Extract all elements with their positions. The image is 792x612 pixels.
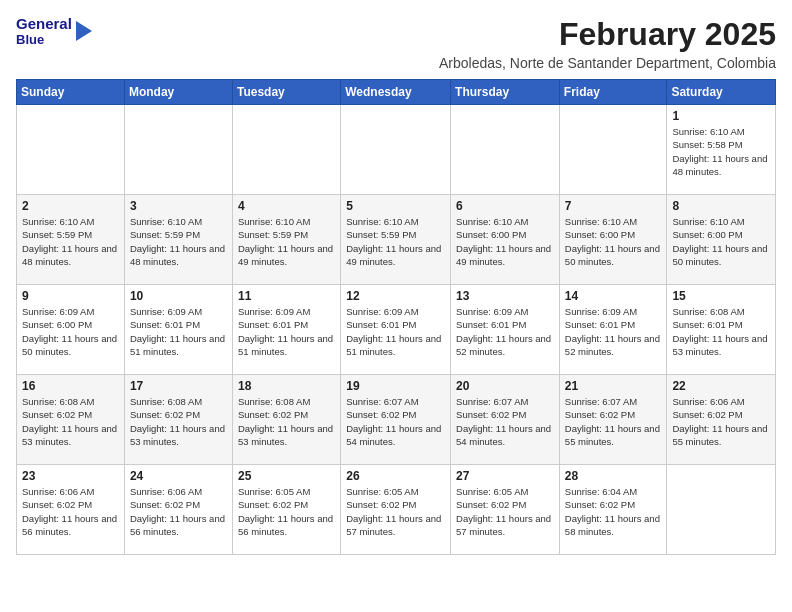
calendar-cell: 17Sunrise: 6:08 AM Sunset: 6:02 PM Dayli… [124,375,232,465]
calendar-cell: 14Sunrise: 6:09 AM Sunset: 6:01 PM Dayli… [559,285,667,375]
day-number: 20 [456,379,554,393]
day-number: 11 [238,289,335,303]
day-info: Sunrise: 6:08 AM Sunset: 6:02 PM Dayligh… [238,395,335,448]
day-number: 10 [130,289,227,303]
calendar-cell: 27Sunrise: 6:05 AM Sunset: 6:02 PM Dayli… [451,465,560,555]
calendar-cell [451,105,560,195]
title-block: February 2025 Arboledas, Norte de Santan… [439,16,776,71]
calendar-cell [124,105,232,195]
day-number: 15 [672,289,770,303]
day-number: 9 [22,289,119,303]
calendar-week-3: 16Sunrise: 6:08 AM Sunset: 6:02 PM Dayli… [17,375,776,465]
svg-marker-0 [76,21,92,41]
calendar-week-0: 1Sunrise: 6:10 AM Sunset: 5:58 PM Daylig… [17,105,776,195]
logo-line2: Blue [16,33,72,47]
month-title: February 2025 [439,16,776,53]
day-info: Sunrise: 6:10 AM Sunset: 5:58 PM Dayligh… [672,125,770,178]
day-number: 26 [346,469,445,483]
day-number: 12 [346,289,445,303]
day-number: 4 [238,199,335,213]
day-info: Sunrise: 6:08 AM Sunset: 6:02 PM Dayligh… [130,395,227,448]
day-info: Sunrise: 6:06 AM Sunset: 6:02 PM Dayligh… [130,485,227,538]
calendar-cell: 22Sunrise: 6:06 AM Sunset: 6:02 PM Dayli… [667,375,776,465]
day-number: 19 [346,379,445,393]
day-info: Sunrise: 6:07 AM Sunset: 6:02 PM Dayligh… [565,395,662,448]
location-title: Arboledas, Norte de Santander Department… [439,55,776,71]
day-info: Sunrise: 6:10 AM Sunset: 5:59 PM Dayligh… [130,215,227,268]
calendar-cell [17,105,125,195]
day-info: Sunrise: 6:09 AM Sunset: 6:00 PM Dayligh… [22,305,119,358]
day-info: Sunrise: 6:05 AM Sunset: 6:02 PM Dayligh… [238,485,335,538]
day-info: Sunrise: 6:10 AM Sunset: 6:00 PM Dayligh… [672,215,770,268]
day-info: Sunrise: 6:09 AM Sunset: 6:01 PM Dayligh… [238,305,335,358]
day-info: Sunrise: 6:05 AM Sunset: 6:02 PM Dayligh… [346,485,445,538]
calendar-cell: 2Sunrise: 6:10 AM Sunset: 5:59 PM Daylig… [17,195,125,285]
calendar-cell: 15Sunrise: 6:08 AM Sunset: 6:01 PM Dayli… [667,285,776,375]
weekday-header-tuesday: Tuesday [232,80,340,105]
calendar-cell: 24Sunrise: 6:06 AM Sunset: 6:02 PM Dayli… [124,465,232,555]
calendar-cell: 12Sunrise: 6:09 AM Sunset: 6:01 PM Dayli… [341,285,451,375]
weekday-header-saturday: Saturday [667,80,776,105]
day-number: 24 [130,469,227,483]
day-info: Sunrise: 6:10 AM Sunset: 6:00 PM Dayligh… [456,215,554,268]
calendar-cell [667,465,776,555]
calendar-cell: 5Sunrise: 6:10 AM Sunset: 5:59 PM Daylig… [341,195,451,285]
day-number: 21 [565,379,662,393]
calendar-week-2: 9Sunrise: 6:09 AM Sunset: 6:00 PM Daylig… [17,285,776,375]
weekday-header-monday: Monday [124,80,232,105]
calendar-cell: 9Sunrise: 6:09 AM Sunset: 6:00 PM Daylig… [17,285,125,375]
logo-icon [74,17,94,45]
day-info: Sunrise: 6:07 AM Sunset: 6:02 PM Dayligh… [346,395,445,448]
day-number: 28 [565,469,662,483]
day-number: 5 [346,199,445,213]
calendar-cell: 1Sunrise: 6:10 AM Sunset: 5:58 PM Daylig… [667,105,776,195]
day-info: Sunrise: 6:09 AM Sunset: 6:01 PM Dayligh… [346,305,445,358]
calendar-cell: 26Sunrise: 6:05 AM Sunset: 6:02 PM Dayli… [341,465,451,555]
day-number: 8 [672,199,770,213]
calendar-cell: 13Sunrise: 6:09 AM Sunset: 6:01 PM Dayli… [451,285,560,375]
calendar-cell: 28Sunrise: 6:04 AM Sunset: 6:02 PM Dayli… [559,465,667,555]
weekday-header-friday: Friday [559,80,667,105]
calendar-cell: 20Sunrise: 6:07 AM Sunset: 6:02 PM Dayli… [451,375,560,465]
day-number: 13 [456,289,554,303]
page-header: General Blue February 2025 Arboledas, No… [16,16,776,71]
calendar-cell: 7Sunrise: 6:10 AM Sunset: 6:00 PM Daylig… [559,195,667,285]
day-number: 17 [130,379,227,393]
day-info: Sunrise: 6:04 AM Sunset: 6:02 PM Dayligh… [565,485,662,538]
calendar-cell [341,105,451,195]
calendar-table: SundayMondayTuesdayWednesdayThursdayFrid… [16,79,776,555]
calendar-cell [559,105,667,195]
day-info: Sunrise: 6:06 AM Sunset: 6:02 PM Dayligh… [672,395,770,448]
calendar-cell: 19Sunrise: 6:07 AM Sunset: 6:02 PM Dayli… [341,375,451,465]
calendar-cell: 18Sunrise: 6:08 AM Sunset: 6:02 PM Dayli… [232,375,340,465]
calendar-week-4: 23Sunrise: 6:06 AM Sunset: 6:02 PM Dayli… [17,465,776,555]
calendar-cell: 6Sunrise: 6:10 AM Sunset: 6:00 PM Daylig… [451,195,560,285]
day-info: Sunrise: 6:10 AM Sunset: 5:59 PM Dayligh… [346,215,445,268]
day-number: 25 [238,469,335,483]
calendar-cell: 16Sunrise: 6:08 AM Sunset: 6:02 PM Dayli… [17,375,125,465]
day-number: 14 [565,289,662,303]
weekday-header-sunday: Sunday [17,80,125,105]
day-number: 7 [565,199,662,213]
calendar-cell: 21Sunrise: 6:07 AM Sunset: 6:02 PM Dayli… [559,375,667,465]
calendar-cell: 8Sunrise: 6:10 AM Sunset: 6:00 PM Daylig… [667,195,776,285]
day-number: 18 [238,379,335,393]
day-info: Sunrise: 6:10 AM Sunset: 5:59 PM Dayligh… [22,215,119,268]
calendar-cell: 4Sunrise: 6:10 AM Sunset: 5:59 PM Daylig… [232,195,340,285]
day-number: 16 [22,379,119,393]
weekday-header-wednesday: Wednesday [341,80,451,105]
day-info: Sunrise: 6:07 AM Sunset: 6:02 PM Dayligh… [456,395,554,448]
calendar-cell: 25Sunrise: 6:05 AM Sunset: 6:02 PM Dayli… [232,465,340,555]
logo: General Blue [16,16,94,47]
day-info: Sunrise: 6:08 AM Sunset: 6:02 PM Dayligh… [22,395,119,448]
calendar-cell: 23Sunrise: 6:06 AM Sunset: 6:02 PM Dayli… [17,465,125,555]
calendar-cell: 11Sunrise: 6:09 AM Sunset: 6:01 PM Dayli… [232,285,340,375]
day-number: 6 [456,199,554,213]
day-info: Sunrise: 6:09 AM Sunset: 6:01 PM Dayligh… [565,305,662,358]
day-number: 23 [22,469,119,483]
weekday-header-thursday: Thursday [451,80,560,105]
weekday-header-row: SundayMondayTuesdayWednesdayThursdayFrid… [17,80,776,105]
calendar-cell [232,105,340,195]
day-number: 27 [456,469,554,483]
day-info: Sunrise: 6:06 AM Sunset: 6:02 PM Dayligh… [22,485,119,538]
